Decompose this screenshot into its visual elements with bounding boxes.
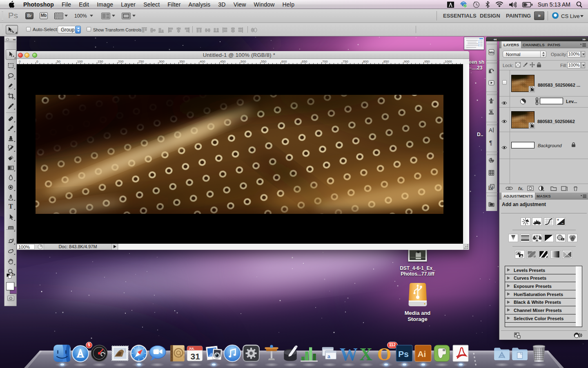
svg-text:900: 900 [404, 60, 410, 63]
svg-text:600: 600 [281, 60, 287, 63]
svg-text:300: 300 [159, 60, 165, 63]
svg-text:fx: fx [489, 186, 493, 190]
svg-text:Ps: Ps [398, 349, 409, 359]
svg-text:150: 150 [98, 60, 103, 63]
svg-text:950: 950 [424, 60, 430, 63]
svg-text:800: 800 [363, 60, 369, 63]
svg-text:500: 500 [241, 60, 246, 63]
svg-text:700: 700 [322, 60, 328, 63]
svg-text:fx.: fx. [518, 186, 523, 191]
svg-text:¶: ¶ [489, 139, 492, 146]
svg-text:+: + [557, 218, 559, 222]
svg-text:1000: 1000 [445, 60, 452, 63]
svg-text:350: 350 [179, 60, 185, 63]
svg-text:W: W [340, 344, 358, 363]
svg-text:400: 400 [200, 60, 205, 63]
svg-text:A: A [489, 127, 492, 133]
svg-text:550: 550 [261, 60, 267, 63]
svg-text:X: X [359, 344, 372, 363]
svg-text:0: 0 [19, 60, 21, 63]
svg-text:200: 200 [118, 60, 124, 63]
svg-text:450: 450 [220, 60, 226, 63]
svg-text:a: a [327, 354, 331, 359]
svg-text:–: – [561, 221, 564, 225]
svg-text:Mb: Mb [489, 51, 494, 54]
svg-text:750: 750 [343, 60, 348, 63]
svg-text:31: 31 [191, 352, 200, 361]
svg-text:850: 850 [383, 60, 389, 63]
svg-text:650: 650 [302, 60, 307, 63]
svg-text:JUL: JUL [189, 347, 194, 350]
svg-text:100: 100 [77, 60, 83, 63]
svg-text:0: 0 [36, 60, 38, 63]
svg-text:250: 250 [138, 60, 144, 63]
svg-text:50: 50 [57, 60, 60, 63]
svg-text:T: T [9, 203, 13, 210]
svg-text:Ai: Ai [417, 349, 426, 359]
